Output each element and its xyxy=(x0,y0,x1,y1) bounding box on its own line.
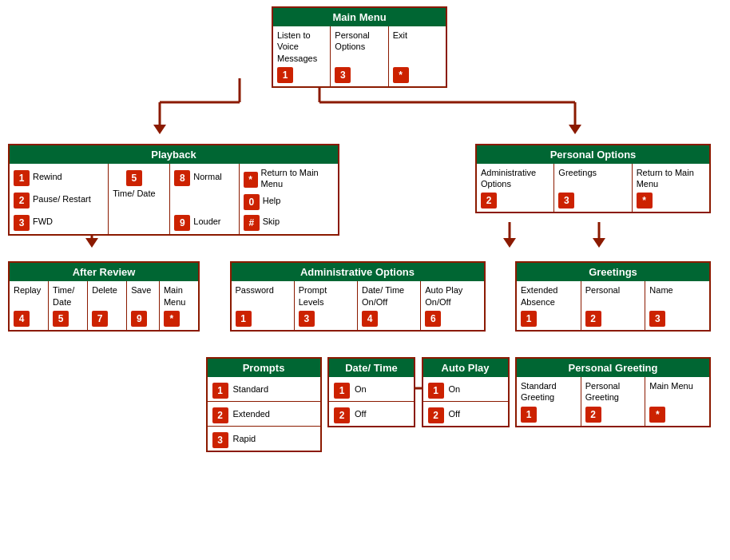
after-review-cell-save: Save 9 xyxy=(127,281,160,330)
playback-key-1: 1 xyxy=(14,170,30,186)
autoplay-body: 1 On 2 Off xyxy=(423,377,508,426)
autoplay-item-1: 1 On xyxy=(423,377,508,402)
personal-options-key-2: 3 xyxy=(558,193,574,209)
after-review-key-replay: 4 xyxy=(14,311,30,327)
playback-label-0: Help xyxy=(263,195,281,206)
playback-label-9: Louder xyxy=(193,216,220,227)
main-menu-body: Listen to Voice Messages 1 Personal Opti… xyxy=(273,26,446,86)
playback-key-5: 5 xyxy=(126,170,142,186)
datetime-item-2: 2 Off xyxy=(329,402,414,426)
playback-col4: * Return to Main Menu 0 Help # Skip xyxy=(240,164,338,235)
autoplay-header: Auto Play xyxy=(423,359,508,377)
datetime-key-2: 2 xyxy=(334,407,350,423)
personal-greeting-label-3: Main Menu xyxy=(649,380,692,391)
after-review-key-main: * xyxy=(164,311,180,327)
prompts-item-2: 2 Extended xyxy=(208,402,320,427)
personal-greeting-key-1: 1 xyxy=(521,407,537,423)
diagram-container: Main Menu Listen to Voice Messages 1 Per… xyxy=(0,6,719,452)
prompts-label-2: Extended xyxy=(233,408,270,419)
after-review-label-save: Save xyxy=(131,284,151,296)
datetime-key-1: 1 xyxy=(334,383,350,399)
playback-label-1: Rewind xyxy=(33,171,62,182)
after-review-label-replay: Replay xyxy=(14,284,41,296)
level2-row: Playback 1 Rewind 2 Pause/ Restart 3 FWD xyxy=(8,144,711,236)
greetings-label-2: Personal xyxy=(585,284,620,296)
main-menu-header: Main Menu xyxy=(273,8,446,26)
playback-key-9: 9 xyxy=(174,215,190,231)
personal-greeting-label-1: Standard Greeting xyxy=(521,380,577,403)
personal-options-key-3: * xyxy=(637,193,653,209)
after-review-key-timedate: 5 xyxy=(53,311,69,327)
prompts-key-2: 2 xyxy=(212,407,228,423)
playback-item-3: 3 FWD xyxy=(14,212,53,231)
after-review-label-timedate: Time/ Date xyxy=(53,284,83,308)
playback-item-star: * Return to Main Menu xyxy=(244,167,334,190)
after-review-header: After Review xyxy=(10,263,198,281)
admin-options-label-4: Auto Play On/Off xyxy=(425,284,479,308)
personal-greeting-label-2: Personal Greeting xyxy=(585,380,641,403)
admin-options-label-1: Password xyxy=(236,284,274,296)
playback-key-star: * xyxy=(244,172,258,188)
playback-item-9: 9 Louder xyxy=(174,212,220,231)
main-menu-cell-2: Personal Options 3 xyxy=(331,26,388,86)
main-menu-label-3: Exit xyxy=(393,30,407,41)
greetings-label-1: Extended Absence xyxy=(521,284,577,308)
greetings-cell-1: Extended Absence 1 xyxy=(517,281,581,330)
after-review-body: Replay 4 Time/ Date 5 Delete 7 Save 9 Ma… xyxy=(10,281,198,330)
playback-label-2: Pause/ Restart xyxy=(33,193,91,205)
admin-options-cell-3: Date/ Time On/Off 4 xyxy=(358,281,421,330)
playback-col1: 1 Rewind 2 Pause/ Restart 3 FWD xyxy=(10,164,109,235)
playback-key-3: 3 xyxy=(14,215,30,231)
after-review-label-main: Main Menu xyxy=(164,284,194,308)
after-review-key-save: 9 xyxy=(131,311,147,327)
admin-options-key-3: 4 xyxy=(362,311,378,327)
prompts-item-3: 3 Rapid xyxy=(208,427,320,451)
arrow-spacer-3 xyxy=(0,332,719,357)
greetings-label-3: Name xyxy=(649,284,672,296)
playback-header: Playback xyxy=(10,145,338,164)
greetings-header: Greetings xyxy=(517,263,709,281)
main-menu-box: Main Menu Listen to Voice Messages 1 Per… xyxy=(272,6,447,88)
personal-options-header: Personal Options xyxy=(477,145,709,164)
playback-key-0: 0 xyxy=(244,194,260,210)
playback-label-5: Time/ Date xyxy=(113,188,155,199)
after-review-cell-timedate: Time/ Date 5 xyxy=(49,281,88,330)
after-review-key-delete: 7 xyxy=(92,311,108,327)
personal-greeting-cell-3: Main Menu * xyxy=(645,377,709,426)
playback-key-8: 8 xyxy=(174,170,190,186)
main-menu-label-1: Listen to Voice Messages xyxy=(277,30,326,64)
autoplay-label-2: Off xyxy=(449,408,460,419)
playback-label-star: Return to Main Menu xyxy=(261,167,334,190)
datetime-body: 1 On 2 Off xyxy=(329,377,414,426)
admin-options-label-2: Prompt Levels xyxy=(299,284,353,308)
main-menu-key-1: 1 xyxy=(277,67,293,83)
after-review-box: After Review Replay 4 Time/ Date 5 Delet… xyxy=(8,261,200,332)
admin-options-key-1: 1 xyxy=(236,311,252,327)
after-review-cell-delete: Delete 7 xyxy=(88,281,127,330)
admin-options-header: Administrative Options xyxy=(232,263,484,281)
prompts-box: Prompts 1 Standard 2 Extended 3 Rapid xyxy=(206,357,322,452)
main-menu-cell-3: Exit * xyxy=(389,26,446,86)
prompts-label-1: Standard xyxy=(233,383,269,395)
playback-item-5: 5 Time/ Date xyxy=(113,167,155,199)
personal-options-cell-1: Administrative Options 2 xyxy=(477,164,554,212)
personal-greeting-cell-1: Standard Greeting 1 xyxy=(517,377,581,426)
playback-box: Playback 1 Rewind 2 Pause/ Restart 3 FWD xyxy=(8,144,339,236)
datetime-header: Date/ Time xyxy=(329,359,414,377)
personal-greeting-cell-2: Personal Greeting 2 xyxy=(581,377,646,426)
datetime-label-2: Off xyxy=(355,408,366,419)
greetings-cell-2: Personal 2 xyxy=(581,281,646,330)
personal-greeting-body: Standard Greeting 1 Personal Greeting 2 … xyxy=(517,377,709,426)
admin-options-cell-4: Auto Play On/Off 6 xyxy=(421,281,483,330)
main-menu-label-2: Personal Options xyxy=(335,30,383,53)
playback-label-3: FWD xyxy=(33,216,53,227)
prompts-item-1: 1 Standard xyxy=(208,377,320,402)
admin-options-key-2: 3 xyxy=(299,311,315,327)
datetime-item-1: 1 On xyxy=(329,377,414,402)
greetings-key-2: 2 xyxy=(585,311,601,327)
greetings-key-1: 1 xyxy=(521,311,537,327)
admin-options-key-4: 6 xyxy=(425,311,441,327)
prompts-header: Prompts xyxy=(208,359,320,377)
level4-row: Prompts 1 Standard 2 Extended 3 Rapid Da… xyxy=(8,357,711,452)
autoplay-key-2: 2 xyxy=(428,407,444,423)
